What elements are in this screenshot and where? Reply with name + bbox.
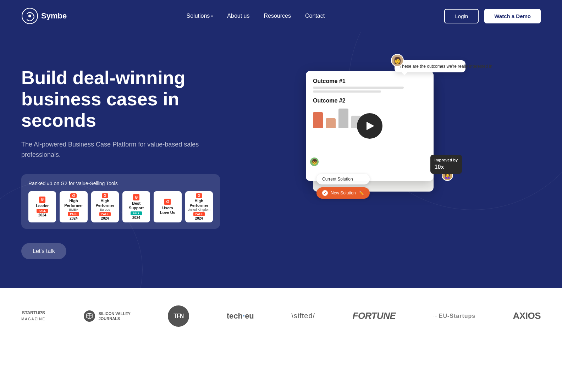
badge-high-performer-uk: G HighPerformer United Kingdom FALL 2024	[185, 191, 213, 222]
play-icon	[367, 122, 374, 130]
demo-visual: Outcome #1 Outcome #2	[306, 60, 455, 202]
badge-users-love: G UsersLove Us	[154, 191, 181, 222]
watch-demo-button[interactable]: Watch a Demo	[484, 9, 541, 23]
badge-best-support: G BestSupport FALL 2024	[122, 191, 150, 222]
outcome2-label: Outcome #2	[313, 98, 426, 104]
tooltip-avatar: 👩	[391, 54, 404, 67]
logo-tech-eu: tech·eu	[227, 311, 254, 321]
badge-high-performer-europe: G HighPerformer Europe FALL 2024	[91, 191, 119, 222]
g2-icon: G	[70, 193, 77, 198]
g2-icon: G	[133, 194, 139, 200]
current-solution-pill[interactable]: Current Solution	[316, 174, 370, 184]
logo[interactable]: Symbe	[21, 7, 67, 24]
play-button[interactable]	[357, 113, 382, 139]
about-link[interactable]: About us	[227, 13, 249, 19]
bar-3	[338, 109, 348, 128]
nav-buttons: Login Watch a Demo	[444, 9, 541, 23]
edit-icon: ✏️	[359, 191, 364, 195]
g2-icon: G	[196, 193, 202, 198]
logo-icon	[21, 7, 38, 24]
badge-high-performer-emea: G HighPerformer EMEA FALL 2024	[60, 191, 87, 222]
check-icon: ✓	[322, 190, 328, 196]
badges-container: Ranked #1 on G2 for Value-Selling Tools …	[21, 174, 220, 229]
improved-badge: Improved by 10x	[430, 155, 462, 174]
svg-point-1	[28, 15, 31, 17]
avatar-small: 👦	[309, 157, 319, 167]
logo-axios: AXIOS	[513, 310, 541, 321]
lets-talk-button[interactable]: Let's talk	[21, 243, 66, 259]
nav-item-about[interactable]: About us	[227, 13, 249, 19]
nav-item-resources[interactable]: Resources	[264, 13, 291, 19]
hero-left: Build deal-winning business cases in sec…	[21, 53, 220, 259]
outcome1-label: Outcome #1	[313, 78, 426, 84]
hero-title: Build deal-winning business cases in sec…	[21, 67, 220, 131]
hero-right: Outcome #1 Outcome #2	[220, 53, 541, 202]
logo-text: Symbe	[41, 11, 67, 21]
contact-link[interactable]: Contact	[305, 13, 325, 19]
chevron-down-icon: ▾	[211, 14, 213, 18]
new-solution-pill[interactable]: ✓ New Solution ✏️	[316, 187, 370, 199]
badges-row: G Leader FALL 2024 G HighPerformer EMEA …	[28, 191, 213, 222]
logo-silicon-valley-journals: silicon valleyjournals	[83, 310, 131, 322]
login-button[interactable]: Login	[444, 9, 479, 23]
g2-icon: G	[164, 199, 171, 205]
badges-header: Ranked #1 on G2 for Value-Selling Tools	[28, 181, 213, 186]
g2-icon: G	[102, 193, 108, 198]
logo-sifted: \sifted/	[291, 312, 315, 320]
solution-area: Current Solution ✓ New Solution ✏️	[316, 174, 370, 199]
logo-fortune: FORTUNE	[353, 310, 396, 321]
resources-link[interactable]: Resources	[264, 13, 291, 19]
nav-item-contact[interactable]: Contact	[305, 13, 325, 19]
svj-icon	[83, 310, 96, 322]
navbar: Symbe Solutions ▾ About us Resources Con…	[0, 0, 562, 32]
nav-item-solutions[interactable]: Solutions ▾	[187, 13, 213, 19]
logo-tfn: TFN	[168, 305, 189, 327]
hero-section: Build deal-winning business cases in sec…	[0, 32, 562, 288]
outcome1-lines	[313, 87, 426, 93]
logo-eu-startups: ⋯ EU-Startups	[433, 313, 475, 319]
badge-leader: G Leader FALL 2024	[28, 191, 56, 222]
demo-card-main: Outcome #1 Outcome #2	[306, 71, 434, 181]
outcome-line-2	[313, 90, 381, 93]
hero-subtitle: The AI-powered Business Case Platform fo…	[21, 139, 220, 160]
bar-2	[326, 118, 336, 128]
logo-startups-magazine: STARTUPSMAGAZINE	[21, 310, 45, 322]
outcome-line-1	[313, 87, 404, 89]
demo-tooltip: 👩 These are the outcomes we're really in…	[395, 60, 465, 72]
g2-icon: G	[39, 197, 45, 203]
nav-links: Solutions ▾ About us Resources Contact	[187, 13, 325, 19]
bar-1	[313, 112, 323, 128]
solutions-link[interactable]: Solutions ▾	[187, 13, 213, 19]
logos-section: STARTUPSMAGAZINE silicon valleyjournals …	[0, 288, 562, 344]
